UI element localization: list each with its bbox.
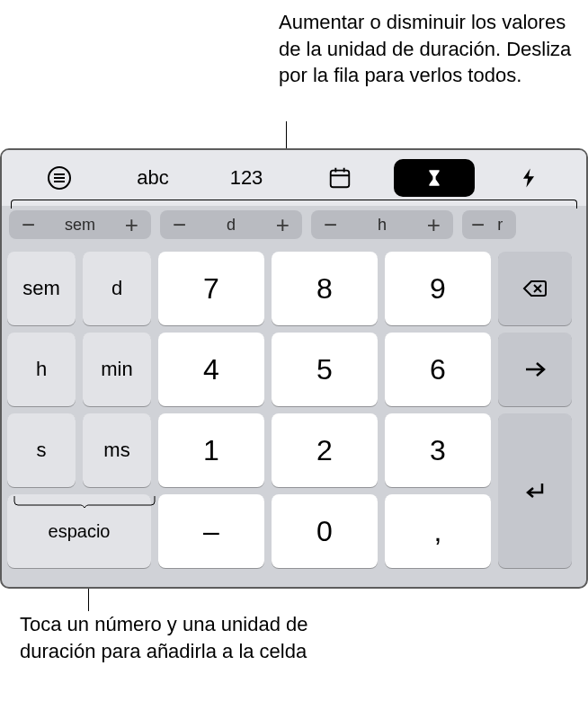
- lightning-mode-button[interactable]: [482, 150, 575, 206]
- backspace-key[interactable]: [498, 252, 572, 325]
- num-key-2[interactable]: 2: [272, 413, 378, 487]
- minus-key[interactable]: –: [158, 494, 264, 568]
- menu-icon[interactable]: [13, 150, 106, 206]
- plus-icon[interactable]: +: [427, 213, 441, 236]
- unit-key-s[interactable]: s: [7, 413, 76, 487]
- unit-key-ms[interactable]: ms: [83, 413, 151, 487]
- stepper-label: sem: [65, 216, 95, 235]
- callout-bottom-leader: [88, 589, 89, 611]
- stepper-sem[interactable]: − sem +: [9, 210, 151, 239]
- next-key[interactable]: [498, 333, 572, 406]
- unit-key-d[interactable]: d: [83, 252, 151, 325]
- keyboard-mode-toolbar: abc 123: [2, 150, 586, 206]
- abc-mode-button[interactable]: abc: [106, 150, 200, 206]
- duration-mode-button[interactable]: [394, 159, 475, 197]
- svg-rect-4: [331, 171, 350, 188]
- callout-top-text: Aumentar o disminuir los valores de la u…: [279, 9, 575, 89]
- plus-icon[interactable]: +: [125, 213, 138, 236]
- duration-keyboard: abc 123 − sem + − d + − h + − r: [0, 148, 588, 589]
- stepper-label: h: [378, 216, 387, 235]
- unit-keys-brace: [13, 494, 156, 508]
- stepper-h[interactable]: − h +: [311, 210, 453, 239]
- stepper-label: r: [497, 216, 503, 235]
- unit-key-sem[interactable]: sem: [7, 252, 76, 325]
- plus-icon[interactable]: +: [276, 213, 290, 236]
- num-key-9[interactable]: 9: [385, 252, 491, 325]
- num-key-5[interactable]: 5: [272, 333, 378, 406]
- duration-stepper-row[interactable]: − sem + − d + − h + − r: [2, 206, 586, 246]
- callout-bottom-text: Toca un número y una unidad de duración …: [20, 611, 325, 664]
- num-key-1[interactable]: 1: [158, 413, 264, 487]
- unit-key-min[interactable]: min: [83, 333, 151, 406]
- return-key[interactable]: [498, 413, 572, 568]
- calendar-mode-button[interactable]: [293, 150, 387, 206]
- stepper-brace: [11, 200, 577, 209]
- num-key-0[interactable]: 0: [272, 494, 378, 568]
- num-key-4[interactable]: 4: [158, 333, 264, 406]
- stepper-label: d: [227, 216, 236, 235]
- minus-icon[interactable]: −: [22, 213, 35, 236]
- unit-key-h[interactable]: h: [7, 333, 76, 406]
- num-key-7[interactable]: 7: [158, 252, 264, 325]
- num-key-3[interactable]: 3: [385, 413, 491, 487]
- comma-key[interactable]: ,: [385, 494, 491, 568]
- numeric-mode-button[interactable]: 123: [200, 150, 293, 206]
- num-key-6[interactable]: 6: [385, 333, 491, 406]
- num-key-8[interactable]: 8: [272, 252, 378, 325]
- stepper-d[interactable]: − d +: [160, 210, 302, 239]
- stepper-partial[interactable]: − r: [462, 210, 516, 239]
- minus-icon[interactable]: −: [324, 213, 337, 236]
- minus-icon[interactable]: −: [173, 213, 186, 236]
- minus-icon[interactable]: −: [471, 213, 485, 236]
- keys-grid: sem d 7 8 9 h min 4 5 6 s ms 1 2 3: [2, 246, 586, 581]
